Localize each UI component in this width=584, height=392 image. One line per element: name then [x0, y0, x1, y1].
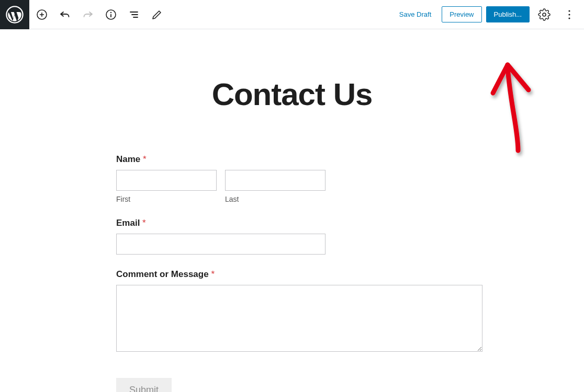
- email-field: Email *: [116, 218, 482, 255]
- name-label-text: Name: [116, 154, 140, 164]
- svg-point-3: [110, 11, 111, 13]
- outline-button[interactable]: [123, 4, 144, 25]
- editor-canvas: Contact Us Name * First Last Ema: [0, 29, 584, 392]
- last-name-caption: Last: [225, 195, 325, 203]
- settings-button[interactable]: [534, 4, 555, 25]
- email-label-text: Email: [116, 218, 140, 228]
- pencil-icon: [151, 8, 163, 21]
- email-label: Email *: [116, 218, 482, 228]
- last-name-input[interactable]: [225, 170, 325, 191]
- undo-button[interactable]: [54, 4, 75, 25]
- name-label: Name *: [116, 154, 482, 165]
- contact-form-block: Name * First Last Email *: [116, 154, 482, 392]
- save-draft-button[interactable]: Save Draft: [393, 6, 437, 22]
- plus-circle-icon: [36, 8, 48, 21]
- wordpress-logo[interactable]: [0, 0, 29, 29]
- first-name-input[interactable]: [116, 170, 217, 191]
- edit-button[interactable]: [147, 4, 167, 25]
- info-icon: [105, 8, 117, 21]
- preview-button[interactable]: Preview: [442, 6, 481, 22]
- name-field: Name * First Last: [116, 154, 482, 203]
- publish-button[interactable]: Publish...: [486, 6, 530, 22]
- redo-icon: [82, 8, 94, 21]
- details-button[interactable]: [100, 4, 121, 25]
- svg-point-4: [568, 10, 570, 11]
- toolbar-right: Save Draft Preview Publish...: [393, 4, 580, 25]
- message-label-text: Comment or Message: [116, 269, 209, 279]
- svg-point-6: [568, 17, 570, 19]
- list-icon: [128, 8, 140, 21]
- add-block-button[interactable]: [31, 4, 52, 25]
- kebab-icon: [563, 8, 576, 21]
- svg-point-5: [568, 14, 570, 15]
- message-label: Comment or Message *: [116, 269, 482, 280]
- email-input[interactable]: [116, 234, 325, 255]
- message-field: Comment or Message *: [116, 269, 482, 354]
- required-mark: *: [211, 269, 215, 279]
- undo-icon: [59, 8, 71, 21]
- submit-button[interactable]: Submit: [116, 378, 172, 392]
- redo-button: [77, 4, 98, 25]
- first-name-caption: First: [116, 195, 217, 203]
- more-options-button[interactable]: [559, 4, 580, 25]
- name-inputs: First Last: [116, 170, 482, 203]
- page-title[interactable]: Contact Us: [0, 76, 584, 112]
- editor-toolbar: Save Draft Preview Publish...: [0, 0, 584, 29]
- message-textarea[interactable]: [116, 285, 482, 352]
- required-mark: *: [142, 218, 146, 228]
- gear-icon: [538, 8, 551, 21]
- required-mark: *: [143, 154, 147, 164]
- toolbar-left: [0, 0, 167, 29]
- wordpress-icon: [6, 6, 24, 24]
